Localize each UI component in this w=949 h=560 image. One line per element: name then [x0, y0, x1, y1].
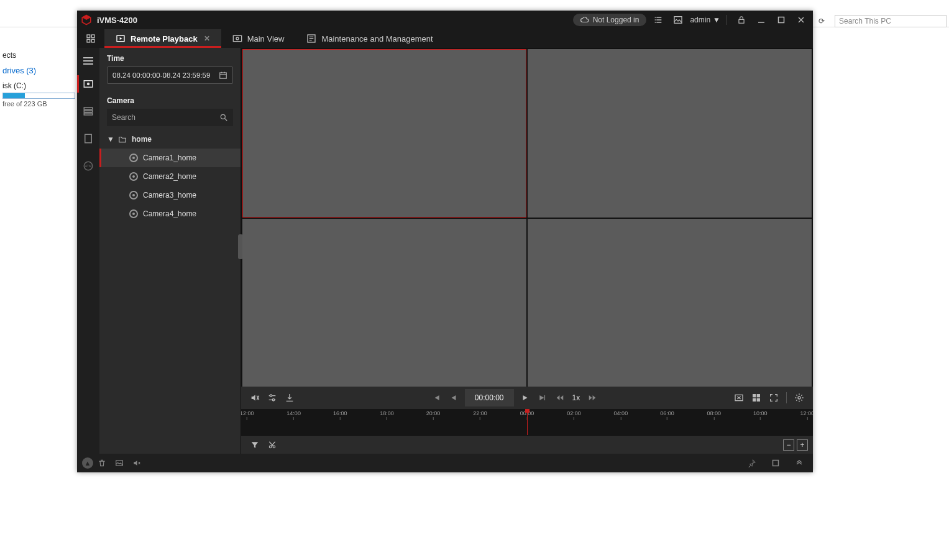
tab-close-icon[interactable]: ✕	[204, 34, 210, 43]
app-logo-icon	[81, 14, 92, 25]
timeline-zoom-in-button[interactable]: +	[797, 439, 808, 451]
camera-icon	[129, 172, 138, 181]
user-menu[interactable]: admin ▼	[690, 16, 720, 24]
rail-menu-button[interactable]	[77, 52, 99, 70]
filter-button[interactable]	[246, 436, 264, 454]
tree-group-home-label: home	[132, 135, 152, 144]
lock-icon[interactable]	[733, 12, 750, 28]
download-button[interactable]	[281, 389, 298, 406]
tree-camera-4[interactable]: Camera4_home	[99, 204, 241, 223]
camera-search-input[interactable]: Search	[107, 109, 233, 126]
explorer-drive-c-label[interactable]: isk (C:)	[0, 78, 78, 90]
rail-mode-event[interactable]	[77, 70, 99, 98]
tab-maintenance-label: Maintenance and Management	[321, 34, 433, 44]
close-button[interactable]	[793, 12, 809, 28]
video-cell-4[interactable]	[528, 219, 812, 387]
trash-icon[interactable]	[93, 454, 111, 472]
fullscreen-button[interactable]	[765, 389, 782, 406]
svg-rect-19	[84, 113, 93, 115]
tab-maintenance[interactable]: Maintenance and Management	[295, 29, 444, 48]
chevron-down-icon: ▼	[713, 16, 720, 24]
camera-tree: ▼ home Camera1_home Camera2_home Camera3…	[99, 130, 241, 223]
svg-line-25	[225, 119, 227, 121]
svg-rect-5	[779, 17, 784, 23]
svg-point-26	[270, 395, 272, 397]
playback-tab-icon	[116, 34, 126, 44]
search-icon	[219, 113, 228, 122]
skip-forward-button[interactable]	[534, 389, 551, 406]
rail-mode-device[interactable]	[77, 125, 99, 152]
tree-camera-1-label: Camera1_home	[143, 154, 196, 162]
layout-button[interactable]	[748, 389, 765, 406]
login-status-button[interactable]: Not Logged in	[573, 14, 647, 26]
explorer-drives-link[interactable]: drives (3)	[0, 61, 78, 78]
explorer-objects-label: ects	[0, 50, 78, 61]
filter-bar: − +	[241, 435, 813, 454]
speed-up-button[interactable]	[584, 389, 601, 406]
video-cell-1[interactable]	[242, 49, 526, 218]
explorer-left-panel: ects drives (3) isk (C:) free of 223 GB	[0, 50, 78, 109]
svg-rect-9	[91, 39, 94, 42]
rail-mode-list[interactable]	[77, 98, 99, 125]
rail-mode-atm[interactable]: ATM	[77, 152, 99, 180]
app-title: iVMS-4200	[97, 16, 137, 25]
timeline-tick: 08:00	[707, 410, 722, 420]
svg-rect-12	[233, 35, 241, 41]
minimize-button[interactable]	[753, 12, 769, 28]
tab-main-view[interactable]: Main View	[221, 29, 296, 48]
mainview-tab-icon	[232, 34, 242, 44]
svg-rect-18	[84, 111, 93, 112]
maximize-button[interactable]	[773, 12, 789, 28]
tree-camera-3[interactable]: Camera3_home	[99, 186, 241, 204]
alert-icon[interactable]: ▲	[82, 457, 93, 469]
video-cell-2[interactable]	[528, 49, 812, 218]
list-icon[interactable]	[650, 12, 666, 28]
camera-section-label: Camera	[99, 90, 241, 109]
timeline-tick: 02:00	[567, 410, 581, 420]
timeline-playhead[interactable]	[527, 409, 528, 435]
restore-icon[interactable]	[767, 454, 784, 472]
svg-rect-3	[739, 19, 744, 23]
tree-group-home[interactable]: ▼ home	[99, 130, 241, 149]
playback-toolbar: 00:00:00 1x	[241, 387, 813, 409]
content-area: ATM Time 08.24 00:00:00-08.24 23:59:59 C…	[77, 48, 813, 454]
video-cell-3[interactable]	[242, 219, 526, 387]
timeline[interactable]: 12:00 14:00 16:00 18:00 20:00 22:00 00:0…	[241, 409, 813, 435]
separator	[727, 15, 727, 25]
timeline-tick: 14:00	[287, 410, 301, 420]
gear-button[interactable]	[791, 389, 808, 406]
video-area: 00:00:00 1x	[241, 48, 813, 454]
collapse-up-icon[interactable]	[791, 454, 808, 472]
login-status-text: Not Logged in	[593, 16, 640, 24]
explorer-search-box[interactable]: Search This PC	[835, 15, 947, 27]
tree-camera-2[interactable]: Camera2_home	[99, 167, 241, 186]
camera-icon	[129, 154, 138, 162]
picture-icon[interactable]	[670, 12, 686, 28]
screenshot-icon[interactable]	[111, 454, 128, 472]
timeline-zoom-out-button[interactable]: −	[783, 439, 794, 451]
time-range-input[interactable]: 08.24 00:00:00-08.24 23:59:59	[107, 67, 233, 84]
clip-button[interactable]	[264, 436, 281, 454]
play-button[interactable]	[516, 389, 534, 406]
reverse-play-button[interactable]	[445, 389, 462, 406]
svg-rect-30	[757, 394, 760, 397]
timeline-tick: 20:00	[426, 410, 441, 420]
settings-sliders-button[interactable]	[264, 389, 281, 406]
sound-off-icon[interactable]	[128, 454, 145, 472]
tab-remote-playback[interactable]: Remote Playback ✕	[104, 29, 221, 48]
pin-icon[interactable]	[743, 454, 761, 472]
tree-camera-1[interactable]: Camera1_home	[99, 149, 241, 167]
app-window: iVMS-4200 Not Logged in admin ▼	[77, 11, 813, 472]
mute-button[interactable]	[246, 389, 264, 406]
tree-caret-icon: ▼	[107, 135, 113, 144]
apps-grid-button[interactable]	[77, 29, 104, 48]
svg-rect-8	[87, 39, 90, 42]
cloud-icon	[580, 16, 589, 24]
svg-point-33	[798, 397, 800, 399]
speed-down-button[interactable]	[551, 389, 569, 406]
left-rail: ATM	[77, 48, 99, 454]
skip-back-button[interactable]	[428, 389, 445, 406]
calendar-icon	[219, 71, 227, 80]
close-all-button[interactable]	[730, 389, 748, 406]
explorer-refresh-icon[interactable]: ⟳	[814, 15, 830, 27]
